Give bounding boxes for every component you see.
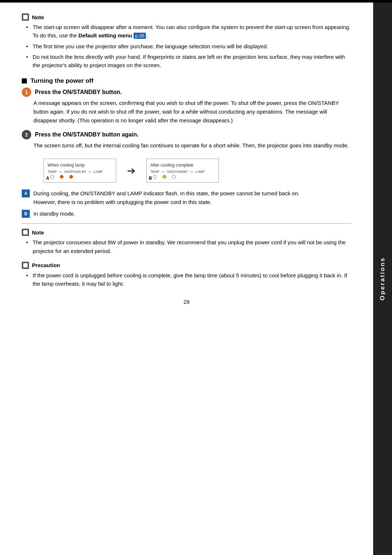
svg-rect-0 bbox=[23, 15, 28, 19]
step-2-text: The screen turns off, but the internal c… bbox=[22, 141, 351, 150]
temp-label-a: TEMP bbox=[48, 170, 57, 174]
on-standby-dot-b bbox=[163, 175, 166, 179]
note-label-2: Note bbox=[32, 229, 44, 236]
corner-label-b: B bbox=[149, 176, 152, 181]
callout-a-text: During cooling, the ON/STANDBY and LAMP … bbox=[33, 189, 351, 207]
note-header-1: Note bbox=[22, 13, 351, 21]
step-1-header: 1 Press the ON/STANDBY button. bbox=[22, 87, 351, 97]
note-bullet-list-1: The start-up screen will disappear after… bbox=[22, 23, 351, 69]
callout-a-text-main: During cooling, the ON/STANDBY and LAMP … bbox=[33, 190, 299, 196]
lamp-label-a: LAMP bbox=[94, 170, 103, 174]
diagram-arrow: ➔ bbox=[127, 165, 135, 177]
step-2-number: 2 bbox=[22, 130, 31, 139]
lamp-dot-b bbox=[172, 175, 176, 179]
indicator-dots-a bbox=[48, 175, 110, 179]
diagram-box-a: When cooling lamp TEMP — ON/STAND BY — L… bbox=[44, 159, 116, 183]
note-bullet-list-2: The projector consumes about 8W of power… bbox=[22, 238, 351, 255]
precaution-label: Precaution bbox=[32, 262, 60, 268]
note-bullet-2a: The projector consumes about 8W of power… bbox=[26, 238, 351, 255]
precaution-icon bbox=[22, 262, 29, 269]
note-bullet-1b: The first time you use the projector aft… bbox=[26, 42, 351, 50]
precaution-bullet-list: If the power cord is unplugged before co… bbox=[22, 271, 351, 288]
on-standby-dot-a bbox=[60, 175, 64, 179]
bold-text: Default setting menu bbox=[78, 32, 132, 38]
on-standby-label-a: ON/STAND BY bbox=[64, 170, 86, 174]
step-1-number: 1 bbox=[22, 87, 31, 97]
link-ref: p.36 bbox=[134, 33, 146, 39]
main-content: Note The start-up screen will disappear … bbox=[0, 3, 373, 555]
separator-1 bbox=[22, 223, 351, 224]
temp-label-b: TEMP bbox=[150, 170, 159, 174]
note-box-1: Note The start-up screen will disappear … bbox=[22, 13, 351, 69]
diagram-area: When cooling lamp TEMP — ON/STAND BY — L… bbox=[44, 159, 351, 183]
temp-dot-a bbox=[50, 175, 54, 179]
section-power-off-label: Turning the power off bbox=[30, 77, 93, 85]
top-bar bbox=[0, 0, 392, 3]
right-sidebar: Operations bbox=[373, 3, 392, 555]
svg-rect-2 bbox=[23, 263, 28, 268]
black-square-icon bbox=[22, 78, 27, 83]
precaution-bullet-1: If the power cord is unplugged before co… bbox=[26, 271, 351, 288]
temp-dot-b bbox=[153, 175, 157, 179]
note-bullet-1a: The start-up screen will disappear after… bbox=[26, 23, 351, 40]
step-2-heading: Press the ON/STANDBY button again. bbox=[35, 131, 139, 138]
note-header-2: Note bbox=[22, 229, 351, 236]
svg-rect-1 bbox=[23, 230, 28, 234]
corner-label-a: A bbox=[46, 176, 49, 181]
diagram-box-b-label: After cooling complete bbox=[150, 163, 213, 168]
diagram-box-b: After cooling complete TEMP — ON/STANDBY… bbox=[146, 159, 219, 183]
note-label-1: Note bbox=[32, 14, 44, 20]
step-2-header: 2 Press the ON/STANDBY button again. bbox=[22, 130, 351, 139]
step-2: 2 Press the ON/STANDBY button again. The… bbox=[22, 130, 351, 150]
note-icon-2 bbox=[22, 229, 29, 236]
section-power-off-heading: Turning the power off bbox=[22, 77, 351, 85]
indicator-row-a: TEMP — ON/STAND BY — LAMP bbox=[48, 170, 110, 174]
step-1-text: A message appears on the screen, confirm… bbox=[22, 99, 351, 125]
step-1: 1 Press the ON/STANDBY button. A message… bbox=[22, 87, 351, 125]
step-1-heading: Press the ON/STANDBY button. bbox=[35, 89, 122, 95]
diagram-box-a-label: When cooling lamp bbox=[48, 163, 110, 168]
callout-badge-a: A bbox=[22, 189, 30, 197]
page-number: 29 bbox=[22, 299, 351, 305]
callout-a: A During cooling, the ON/STANDBY and LAM… bbox=[22, 189, 351, 207]
note-icon-1 bbox=[22, 13, 29, 21]
precaution-box: Precaution If the power cord is unplugge… bbox=[22, 262, 351, 288]
callout-b: B In standby mode. bbox=[22, 209, 351, 218]
callout-badge-b: B bbox=[22, 210, 30, 218]
precaution-header: Precaution bbox=[22, 262, 351, 269]
indicator-row-b: TEMP — ON/STANDBY — LAMP bbox=[150, 170, 213, 174]
lamp-label-b: LAMP bbox=[196, 170, 205, 174]
lamp-dot-a bbox=[69, 175, 73, 179]
note-bullet-1c: Do not touch the lens directly with your… bbox=[26, 53, 351, 70]
indicator-dots-b bbox=[150, 175, 213, 179]
callout-b-text: In standby mode. bbox=[33, 209, 351, 218]
callout-a-text-secondary: However, there is no problem with unplug… bbox=[33, 199, 212, 205]
sidebar-label: Operations bbox=[379, 257, 386, 301]
on-standby-label-b: ON/STANDBY bbox=[167, 170, 188, 174]
note-box-2: Note The projector consumes about 8W of … bbox=[22, 229, 351, 255]
